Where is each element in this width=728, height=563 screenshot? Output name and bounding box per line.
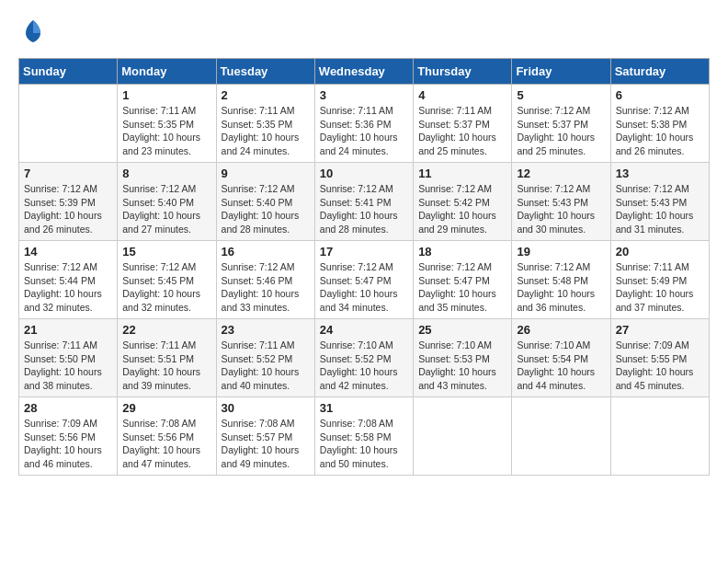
day-number: 23	[222, 323, 310, 337]
calendar-table: SundayMondayTuesdayWednesdayThursdayFrid…	[18, 58, 710, 476]
calendar-cell: 16Sunrise: 7:12 AM Sunset: 5:46 PM Dayli…	[216, 241, 314, 319]
day-info: Sunrise: 7:11 AM Sunset: 5:36 PM Dayligh…	[320, 104, 408, 158]
day-info: Sunrise: 7:10 AM Sunset: 5:54 PM Dayligh…	[517, 339, 605, 393]
day-number: 8	[122, 167, 210, 180]
day-number: 21	[24, 323, 112, 337]
calendar-cell: 8Sunrise: 7:12 AM Sunset: 5:40 PM Daylig…	[118, 163, 216, 241]
day-number: 19	[517, 245, 605, 259]
calendar-cell	[512, 397, 610, 476]
calendar-cell: 31Sunrise: 7:08 AM Sunset: 5:58 PM Dayli…	[314, 397, 413, 476]
day-number: 31	[320, 401, 408, 415]
calendar-cell: 14Sunrise: 7:12 AM Sunset: 5:44 PM Dayli…	[19, 241, 118, 319]
calendar-cell: 25Sunrise: 7:10 AM Sunset: 5:53 PM Dayli…	[414, 319, 512, 397]
calendar-cell: 10Sunrise: 7:12 AM Sunset: 5:41 PM Dayli…	[314, 163, 413, 241]
weekday-header-thursday: Thursday	[414, 59, 512, 85]
day-info: Sunrise: 7:10 AM Sunset: 5:53 PM Dayligh…	[418, 339, 506, 393]
day-info: Sunrise: 7:12 AM Sunset: 5:40 PM Dayligh…	[222, 182, 310, 236]
day-info: Sunrise: 7:12 AM Sunset: 5:42 PM Dayligh…	[418, 182, 506, 236]
calendar-cell: 13Sunrise: 7:12 AM Sunset: 5:43 PM Dayli…	[610, 163, 709, 241]
day-info: Sunrise: 7:11 AM Sunset: 5:37 PM Dayligh…	[418, 104, 506, 158]
day-number: 25	[418, 323, 506, 337]
calendar-cell: 19Sunrise: 7:12 AM Sunset: 5:48 PM Dayli…	[512, 241, 610, 319]
day-info: Sunrise: 7:11 AM Sunset: 5:49 PM Dayligh…	[616, 260, 704, 315]
day-info: Sunrise: 7:12 AM Sunset: 5:40 PM Dayligh…	[122, 182, 210, 236]
day-info: Sunrise: 7:11 AM Sunset: 5:50 PM Dayligh…	[24, 339, 112, 393]
day-info: Sunrise: 7:12 AM Sunset: 5:47 PM Dayligh…	[320, 260, 408, 315]
day-number: 1	[122, 88, 210, 102]
logo	[18, 18, 46, 49]
day-number: 15	[122, 245, 210, 259]
calendar-cell: 29Sunrise: 7:08 AM Sunset: 5:56 PM Dayli…	[118, 397, 216, 476]
day-number: 17	[320, 245, 408, 259]
day-info: Sunrise: 7:12 AM Sunset: 5:41 PM Dayligh…	[320, 182, 408, 236]
calendar-cell: 22Sunrise: 7:11 AM Sunset: 5:51 PM Dayli…	[118, 319, 216, 397]
weekday-header-wednesday: Wednesday	[314, 59, 413, 85]
day-number: 6	[616, 88, 704, 102]
page-header	[18, 18, 710, 49]
weekday-header-saturday: Saturday	[610, 59, 709, 85]
day-info: Sunrise: 7:12 AM Sunset: 5:46 PM Dayligh…	[222, 260, 310, 315]
day-info: Sunrise: 7:08 AM Sunset: 5:56 PM Dayligh…	[122, 417, 210, 471]
calendar-cell: 11Sunrise: 7:12 AM Sunset: 5:42 PM Dayli…	[414, 163, 512, 241]
day-number: 2	[222, 88, 310, 102]
weekday-header-friday: Friday	[512, 59, 610, 85]
day-info: Sunrise: 7:12 AM Sunset: 5:39 PM Dayligh…	[24, 182, 112, 236]
day-number: 4	[418, 88, 506, 102]
day-number: 28	[24, 401, 112, 415]
calendar-week-row: 14Sunrise: 7:12 AM Sunset: 5:44 PM Dayli…	[19, 241, 710, 319]
day-info: Sunrise: 7:10 AM Sunset: 5:52 PM Dayligh…	[320, 339, 408, 393]
weekday-header-tuesday: Tuesday	[216, 59, 314, 85]
day-number: 10	[320, 167, 408, 180]
day-number: 27	[616, 323, 704, 337]
calendar-week-row: 28Sunrise: 7:09 AM Sunset: 5:56 PM Dayli…	[19, 397, 710, 476]
day-number: 26	[517, 323, 605, 337]
day-number: 3	[320, 88, 408, 102]
calendar-cell: 23Sunrise: 7:11 AM Sunset: 5:52 PM Dayli…	[216, 319, 314, 397]
calendar-week-row: 7Sunrise: 7:12 AM Sunset: 5:39 PM Daylig…	[19, 163, 710, 241]
day-info: Sunrise: 7:11 AM Sunset: 5:35 PM Dayligh…	[222, 104, 310, 158]
logo-icon	[20, 18, 46, 44]
calendar-cell: 26Sunrise: 7:10 AM Sunset: 5:54 PM Dayli…	[512, 319, 610, 397]
day-info: Sunrise: 7:09 AM Sunset: 5:56 PM Dayligh…	[24, 417, 112, 471]
calendar-cell: 1Sunrise: 7:11 AM Sunset: 5:35 PM Daylig…	[118, 85, 216, 163]
day-number: 24	[320, 323, 408, 337]
calendar-cell: 5Sunrise: 7:12 AM Sunset: 5:37 PM Daylig…	[512, 85, 610, 163]
day-number: 16	[222, 245, 310, 259]
day-info: Sunrise: 7:09 AM Sunset: 5:55 PM Dayligh…	[616, 339, 704, 393]
day-number: 29	[122, 401, 210, 415]
calendar-cell: 21Sunrise: 7:11 AM Sunset: 5:50 PM Dayli…	[19, 319, 118, 397]
calendar-cell: 17Sunrise: 7:12 AM Sunset: 5:47 PM Dayli…	[314, 241, 413, 319]
day-info: Sunrise: 7:12 AM Sunset: 5:45 PM Dayligh…	[122, 260, 210, 315]
calendar-cell: 3Sunrise: 7:11 AM Sunset: 5:36 PM Daylig…	[314, 85, 413, 163]
calendar-cell: 7Sunrise: 7:12 AM Sunset: 5:39 PM Daylig…	[19, 163, 118, 241]
day-number: 30	[222, 401, 310, 415]
day-info: Sunrise: 7:08 AM Sunset: 5:57 PM Dayligh…	[222, 417, 310, 471]
calendar-cell: 20Sunrise: 7:11 AM Sunset: 5:49 PM Dayli…	[610, 241, 709, 319]
day-number: 14	[24, 245, 112, 259]
calendar-cell	[19, 85, 118, 163]
day-info: Sunrise: 7:12 AM Sunset: 5:44 PM Dayligh…	[24, 260, 112, 315]
day-info: Sunrise: 7:11 AM Sunset: 5:35 PM Dayligh…	[122, 104, 210, 158]
calendar-cell: 15Sunrise: 7:12 AM Sunset: 5:45 PM Dayli…	[118, 241, 216, 319]
day-number: 20	[616, 245, 704, 259]
calendar-cell: 12Sunrise: 7:12 AM Sunset: 5:43 PM Dayli…	[512, 163, 610, 241]
calendar-body: 1Sunrise: 7:11 AM Sunset: 5:35 PM Daylig…	[19, 85, 710, 476]
weekday-header-monday: Monday	[118, 59, 216, 85]
day-info: Sunrise: 7:12 AM Sunset: 5:43 PM Dayligh…	[517, 182, 605, 236]
calendar-week-row: 1Sunrise: 7:11 AM Sunset: 5:35 PM Daylig…	[19, 85, 710, 163]
calendar-cell: 2Sunrise: 7:11 AM Sunset: 5:35 PM Daylig…	[216, 85, 314, 163]
calendar-cell: 6Sunrise: 7:12 AM Sunset: 5:38 PM Daylig…	[610, 85, 709, 163]
calendar-cell	[414, 397, 512, 476]
day-info: Sunrise: 7:11 AM Sunset: 5:51 PM Dayligh…	[122, 339, 210, 393]
calendar-cell: 24Sunrise: 7:10 AM Sunset: 5:52 PM Dayli…	[314, 319, 413, 397]
day-number: 12	[517, 167, 605, 180]
day-info: Sunrise: 7:12 AM Sunset: 5:48 PM Dayligh…	[517, 260, 605, 315]
calendar-cell: 9Sunrise: 7:12 AM Sunset: 5:40 PM Daylig…	[216, 163, 314, 241]
calendar-week-row: 21Sunrise: 7:11 AM Sunset: 5:50 PM Dayli…	[19, 319, 710, 397]
calendar-cell: 4Sunrise: 7:11 AM Sunset: 5:37 PM Daylig…	[414, 85, 512, 163]
day-info: Sunrise: 7:11 AM Sunset: 5:52 PM Dayligh…	[222, 339, 310, 393]
day-info: Sunrise: 7:12 AM Sunset: 5:47 PM Dayligh…	[418, 260, 506, 315]
day-info: Sunrise: 7:08 AM Sunset: 5:58 PM Dayligh…	[320, 417, 408, 471]
day-info: Sunrise: 7:12 AM Sunset: 5:43 PM Dayligh…	[616, 182, 704, 236]
calendar-cell	[610, 397, 709, 476]
